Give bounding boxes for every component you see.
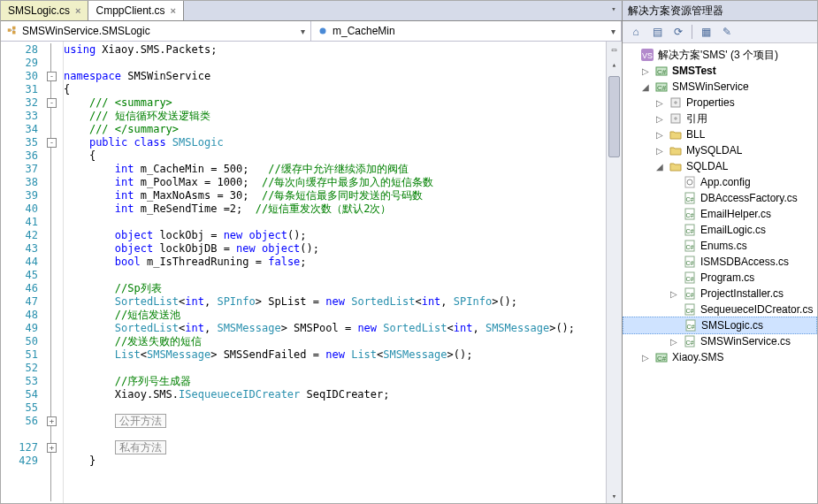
tree-node[interactable]: C#Enums.cs — [623, 238, 817, 254]
refresh-button[interactable]: ⟳ — [670, 24, 686, 40]
tree-node[interactable]: ▷引用 — [623, 111, 817, 126]
tree-label: 解决方案'SMS' (3 个项目) — [658, 48, 778, 63]
collapse-region-icon[interactable]: - — [47, 98, 57, 108]
expand-icon[interactable]: ▷ — [669, 337, 679, 347]
solution-tree: VS解决方案'SMS' (3 个项目)▷C#SMSTest◢C#SMSWinSe… — [623, 43, 817, 503]
svg-text:C#: C# — [686, 340, 694, 346]
tree-label: ISMSDBAccess.cs — [700, 256, 789, 268]
references-icon — [669, 96, 683, 109]
tree-label: ProjectInstaller.cs — [700, 287, 784, 300]
collapse-region-icon[interactable]: - — [47, 72, 57, 81]
svg-text:C#: C# — [686, 276, 694, 282]
navigation-bar: SMSWinService.SMSLogic ▾ m_CacheMin ▾ — [1, 21, 622, 42]
tree-node[interactable]: C#EmailLogic.cs — [623, 222, 817, 238]
tree-node[interactable]: ▷Properties — [623, 95, 817, 111]
tree-node[interactable]: ▷C#SMSTest — [623, 63, 817, 79]
folder-icon — [669, 144, 683, 157]
active-files-dropdown[interactable]: ▾ — [606, 1, 622, 16]
tree-label: SMSWinService.cs — [700, 335, 791, 347]
field-icon — [317, 25, 329, 37]
expand-icon[interactable]: ▷ — [654, 146, 665, 156]
tree-node[interactable]: C#EmailHelper.cs — [623, 206, 817, 222]
tree-node[interactable]: ▷BLL — [623, 126, 817, 142]
scroll-thumb[interactable] — [608, 76, 620, 157]
svg-rect-0 — [8, 28, 11, 32]
folder-icon — [669, 128, 683, 141]
tree-label: MySQLDAL — [686, 144, 742, 157]
properties-button[interactable]: ▦ — [698, 24, 714, 40]
line-number-gutter: 2829303132333435363738394041424344454647… — [1, 42, 43, 503]
code-area: 2829303132333435363738394041424344454647… — [1, 42, 622, 503]
show-all-button[interactable]: ▤ — [649, 24, 665, 40]
document-tab[interactable]: SMSLogic.cs× — [1, 1, 88, 20]
svg-text:C#: C# — [686, 292, 694, 298]
view-code-button[interactable]: ✎ — [719, 24, 735, 40]
svg-text:C#: C# — [686, 244, 694, 250]
member-dropdown[interactable]: m_CacheMin ▾ — [311, 21, 622, 41]
project-icon: C# — [654, 351, 669, 363]
svg-text:C#: C# — [686, 308, 694, 314]
tree-label: SequeueceIDCreator.cs — [700, 303, 813, 316]
member-name: m_CacheMin — [333, 25, 395, 37]
type-dropdown[interactable]: SMSWinService.SMSLogic ▾ — [1, 21, 311, 41]
csharp-file-icon: C# — [683, 192, 697, 204]
collapse-icon[interactable]: ◢ — [654, 162, 665, 172]
tree-label: Enums.cs — [700, 240, 747, 252]
close-icon[interactable]: × — [171, 5, 176, 16]
expand-region-icon[interactable]: + — [47, 443, 57, 453]
tree-node[interactable]: ▷C#ProjectInstaller.cs — [623, 286, 817, 302]
project-icon: C# — [654, 65, 669, 77]
type-name: SMSWinService.SMSLogic — [22, 25, 150, 37]
tree-label: BLL — [686, 128, 705, 141]
csharp-file-icon: C# — [683, 271, 697, 284]
code-text[interactable]: using Xiaoy.SMS.Packets; namespace SMSWi… — [64, 42, 606, 503]
tree-node[interactable]: ▷C#Xiaoy.SMS — [623, 349, 817, 365]
svg-text:C#: C# — [686, 228, 694, 234]
tree-node[interactable]: C#ISMSDBAccess.cs — [623, 254, 817, 270]
expand-region-icon[interactable]: + — [47, 416, 57, 426]
class-icon — [6, 25, 19, 37]
project-icon: C# — [654, 80, 669, 93]
config-file-icon — [683, 176, 697, 188]
csharp-file-icon: C# — [683, 256, 697, 268]
expand-icon[interactable]: ▷ — [654, 114, 665, 124]
tree-node[interactable]: ▷C#SMSWinService.cs — [623, 333, 817, 349]
tree-label: App.config — [700, 176, 751, 188]
csharp-file-icon: C# — [683, 335, 697, 347]
tree-node[interactable]: ◢SQLDAL — [623, 158, 817, 174]
tree-label: SQLDAL — [686, 160, 728, 172]
tree-node[interactable]: C#Program.cs — [623, 270, 817, 286]
scroll-up-button[interactable]: ▴ — [607, 57, 622, 72]
tree-node[interactable]: ▷MySQLDAL — [623, 142, 817, 158]
tree-label: SMSWinService — [672, 80, 749, 93]
tree-label: Properties — [686, 96, 735, 109]
dropdown-arrow-icon: ▾ — [611, 27, 615, 36]
dropdown-arrow-icon: ▾ — [301, 27, 305, 36]
expand-icon[interactable]: ▷ — [669, 289, 679, 299]
home-button[interactable]: ⌂ — [628, 24, 644, 40]
tree-label: DBAccessFactory.cs — [700, 192, 798, 204]
tree-node[interactable]: C#SMSLogic.cs — [623, 317, 817, 334]
collapse-icon[interactable]: ◢ — [640, 82, 651, 92]
tree-node[interactable]: C#DBAccessFactory.cs — [623, 190, 817, 206]
tree-label: Program.cs — [700, 271, 754, 284]
scroll-down-button[interactable]: ▾ — [607, 488, 622, 503]
expand-icon[interactable]: ▷ — [654, 98, 665, 108]
split-handle[interactable]: ▭ — [607, 42, 622, 57]
vertical-scrollbar[interactable]: ▭ ▴ ▾ — [606, 42, 622, 503]
tree-node[interactable]: VS解决方案'SMS' (3 个项目) — [623, 47, 817, 63]
folder-icon — [669, 160, 683, 172]
tree-label: EmailLogic.cs — [700, 224, 766, 236]
expand-icon[interactable]: ▷ — [640, 66, 651, 76]
close-icon[interactable]: × — [75, 5, 80, 16]
svg-text:C#: C# — [657, 68, 667, 76]
expand-icon[interactable]: ▷ — [654, 130, 665, 140]
document-tab[interactable]: CmppClient.cs× — [88, 1, 183, 20]
tree-node[interactable]: C#SequeueceIDCreator.cs — [623, 302, 817, 317]
tree-node[interactable]: ◢C#SMSWinService — [623, 79, 817, 95]
csharp-file-icon: C# — [683, 303, 697, 316]
tree-node[interactable]: App.config — [623, 174, 817, 190]
expand-icon[interactable]: ▷ — [640, 353, 651, 363]
collapse-region-icon[interactable]: - — [47, 138, 57, 148]
svg-text:VS: VS — [642, 51, 653, 60]
